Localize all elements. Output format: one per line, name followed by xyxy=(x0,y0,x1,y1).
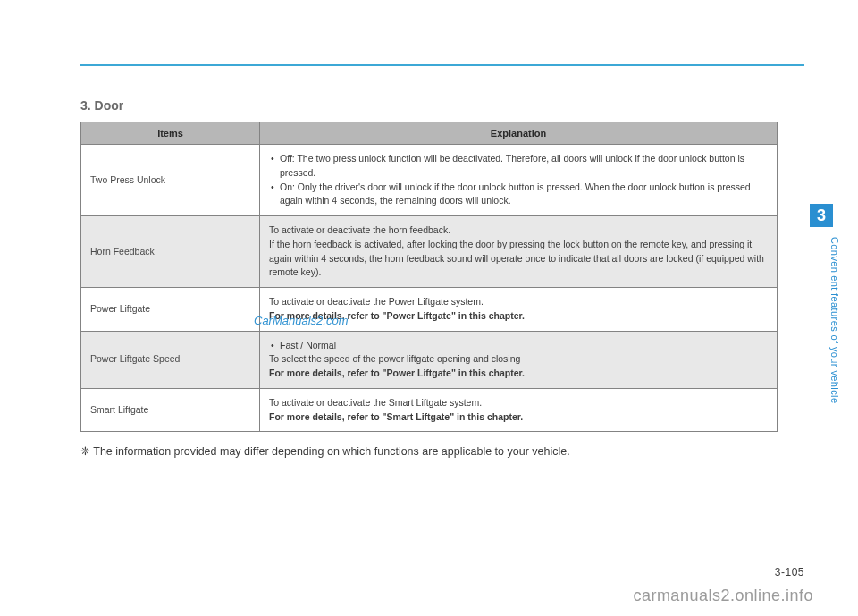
text-line: To activate or deactivate the Power Lift… xyxy=(269,295,768,309)
text-bold-line: For more details, refer to "Power Liftga… xyxy=(269,367,768,381)
bullet-text: Fast / Normal xyxy=(280,339,336,353)
item-cell: Horn Feedback xyxy=(81,216,260,288)
bullet-text: Off: The two press unlock function will … xyxy=(280,152,768,181)
bullet-text: On: Only the driver's door will unlock i… xyxy=(280,181,768,209)
text-line: To select the speed of the power liftgat… xyxy=(269,352,768,367)
table-row: Power Liftgate Speed •Fast / Normal To s… xyxy=(81,331,778,388)
watermark-site: carmanuals2.online.info xyxy=(633,586,813,605)
table-row: Two Press Unlock •Off: The two press unl… xyxy=(81,145,778,216)
explanation-cell: •Off: The two press unlock function will… xyxy=(260,145,778,216)
text-line: To activate or deactivate the horn feedb… xyxy=(269,224,768,238)
chapter-side-label: Convenient features of your vehicle xyxy=(829,237,840,403)
footnote: ❈ The information provided may differ de… xyxy=(80,444,804,458)
header-explanation: Explanation xyxy=(260,122,778,145)
text-bold-line: For more details, refer to "Power Liftga… xyxy=(269,309,768,324)
chapter-tab: 3 xyxy=(810,204,833,227)
header-rule xyxy=(80,64,804,66)
text-line: To activate or deactivate the Smart Lift… xyxy=(269,396,768,410)
manual-page: 3. Door Items Explanation Two Press Unlo… xyxy=(0,0,858,616)
item-cell: Power Liftgate xyxy=(81,288,260,332)
explanation-cell: •Fast / Normal To select the speed of th… xyxy=(260,331,778,388)
section-title: 3. Door xyxy=(80,98,804,113)
table-row: Smart Liftgate To activate or deactivate… xyxy=(81,388,778,432)
explanation-cell: To activate or deactivate the horn feedb… xyxy=(260,216,778,288)
table-row: Horn Feedback To activate or deactivate … xyxy=(81,216,778,288)
text-bold-line: For more details, refer to "Smart Liftga… xyxy=(269,410,768,425)
bullet-icon: • xyxy=(271,181,280,209)
bullet-icon: • xyxy=(271,152,280,181)
item-cell: Power Liftgate Speed xyxy=(81,331,260,388)
table-row: Power Liftgate To activate or deactivate… xyxy=(81,288,778,332)
item-cell: Two Press Unlock xyxy=(81,145,260,216)
table-header-row: Items Explanation xyxy=(81,122,778,145)
item-cell: Smart Liftgate xyxy=(81,388,260,432)
explanation-cell: To activate or deactivate the Power Lift… xyxy=(260,288,778,332)
bullet-icon: • xyxy=(271,339,280,353)
text-line: If the horn feedback is activated, after… xyxy=(269,238,768,280)
explanation-cell: To activate or deactivate the Smart Lift… xyxy=(260,388,778,432)
header-items: Items xyxy=(81,122,260,145)
door-settings-table: Items Explanation Two Press Unlock •Off:… xyxy=(80,122,778,432)
page-number: 3-105 xyxy=(775,566,804,578)
